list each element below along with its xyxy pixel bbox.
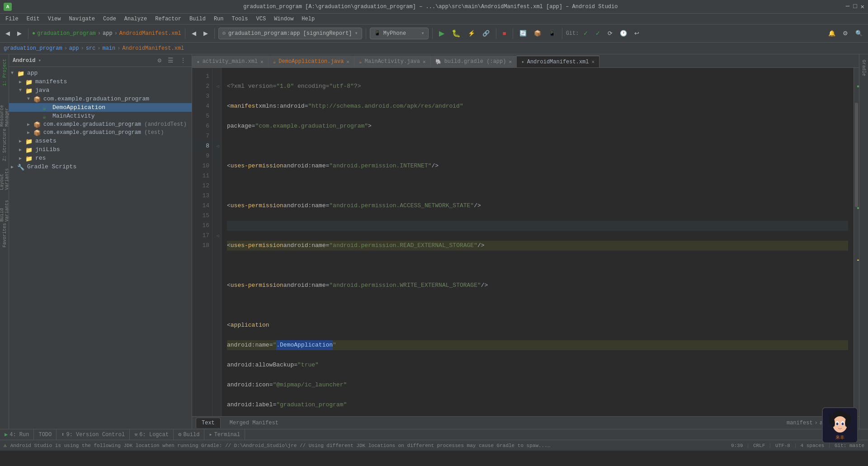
breadcrumb-bar: graduation_program › app › src › main › … [0,43,868,54]
tree-item-android-test[interactable]: ▶ 📦 com.example.graduation_program (andr… [9,120,192,128]
strip-build[interactable]: ⚙ Build [174,429,204,440]
menu-window[interactable]: Window [270,15,297,23]
breadcrumb-main[interactable]: main [102,45,115,52]
strip-logcat[interactable]: ⚒ 6: Logcat [130,429,174,440]
search-everywhere-btn[interactable]: 🔍 [853,28,865,38]
tab-build-gradle[interactable]: 🐘 build.gradle (:app) ✕ [431,56,517,67]
editor-scrollbar[interactable] [854,68,859,416]
tab-demo-application[interactable]: ☕ DemoApplication.java ✕ [269,56,354,67]
menu-tools[interactable]: Tools [228,15,252,23]
tab-close-btn[interactable]: ✕ [346,59,349,65]
close-btn[interactable]: ✕ [861,3,864,10]
nav-forward[interactable]: ▶ [201,28,211,38]
right-icon-gradle[interactable]: Gradle [860,56,867,83]
sdk-manager-btn[interactable]: 📦 [531,28,544,38]
menu-code[interactable]: Code [99,15,120,23]
title-text: graduation_program [A:\graduation\gradua… [15,4,846,10]
menu-file[interactable]: File [2,15,22,23]
tree-item-assets[interactable]: ▶ 📁 assets [9,137,192,145]
strip-run[interactable]: ▶ 4: Run [0,429,34,440]
breadcrumb-project[interactable]: graduation_program [4,45,62,52]
profile-btn[interactable]: ⚡ [465,28,478,38]
menu-analyze[interactable]: Analyze [121,15,151,23]
breadcrumb-src[interactable]: src [86,45,96,52]
minimize-btn[interactable]: ─ [846,3,849,10]
menu-run[interactable]: Run [210,15,227,23]
tree-item-java[interactable]: ▼ 📁 java [9,86,192,95]
tab-close-btn[interactable]: ✕ [423,59,426,65]
sync-btn[interactable]: 🔄 [517,28,529,38]
panel-btn-sync[interactable]: ⚙ [156,56,163,65]
tree-item-jnilibs[interactable]: ▶ 📁 jniLibs [9,145,192,154]
menu-navigate[interactable]: Navigate [65,15,99,23]
maximize-btn[interactable]: □ [853,3,857,10]
tab-close-btn[interactable]: ✕ [592,59,595,65]
breadcrumb-file[interactable]: AndroidManifest.xml [122,45,184,52]
panel-btn-collapse[interactable]: ☰ [166,56,175,65]
left-icon-resource[interactable]: Resource Manager [0,90,9,127]
tree-item-main-activity[interactable]: ☕ MainActivity [9,112,192,120]
tab-main-activity[interactable]: ☕ MainActivity.java ✕ [354,56,431,67]
logcat-icon: ⚒ [134,431,137,438]
tree-item-test[interactable]: ▶ 📦 com.example.graduation_program (test… [9,128,192,137]
status-crlf[interactable]: CRLF [753,443,765,448]
tab-android-manifest[interactable]: ✦ AndroidManifest.xml ✕ [517,56,599,67]
left-icon-build[interactable]: Build Variants [0,190,9,222]
tree-item-res[interactable]: ▶ 📁 res [9,154,192,162]
menu-build[interactable]: Build [186,15,209,23]
strip-terminal[interactable]: ▸ Terminal [204,429,245,440]
app-module[interactable]: app [103,30,113,37]
tab-text[interactable]: Text [196,418,221,428]
git-pull-btn[interactable]: ⟳ [605,28,615,38]
breadcrumb-app[interactable]: app [69,45,79,52]
notification-btn[interactable]: 🔔 [826,28,838,38]
avd-manager-btn[interactable]: 📱 [546,28,558,38]
left-icon-favorites[interactable]: Favorites [0,222,9,249]
panel-btn-settings[interactable]: ⋮ [178,56,188,65]
tab-close-btn[interactable]: ✕ [260,59,264,65]
strip-todo[interactable]: TODO [34,429,57,440]
tree-item-gradle[interactable]: ▶ 🔧 Gradle Scripts [9,162,192,171]
back-btn[interactable]: ◀ [3,28,13,38]
code-line-4 [227,141,848,151]
debug-btn[interactable]: 🐛 [449,27,463,39]
tree-item-manifests[interactable]: ▶ 📁 manifests [9,77,192,86]
gutter-fold-8[interactable]: ◁ [212,141,221,151]
git-push-btn[interactable]: ✓ [593,28,603,38]
tab-close-btn[interactable]: ✕ [509,59,512,65]
nav-back[interactable]: ◀ [189,28,199,38]
tab-activity-main[interactable]: ✦ activity_main.xml ✕ [192,56,269,67]
git-rollback-btn[interactable]: ↩ [632,28,642,38]
build-config-dropdown[interactable]: ⚙ graduation_program:app [signingReport]… [218,28,362,39]
git-commit-btn[interactable]: ✓ [580,28,591,38]
status-indent[interactable]: 4 spaces [801,443,825,448]
code-content[interactable]: <?xml version="1.0" encoding="utf-8"?> <… [222,68,854,416]
menu-view[interactable]: View [44,15,65,23]
menu-edit[interactable]: Edit [23,15,43,23]
run-btn[interactable]: ▶ [436,27,447,39]
status-charset[interactable]: UTF-8 [775,443,790,448]
strip-version-control[interactable]: ⬆ 9: Version Control [57,429,130,440]
forward-btn[interactable]: ▶ [14,28,24,38]
tab-merged-manifest[interactable]: Merged Manifest [224,418,284,428]
left-icon-layout[interactable]: Layout Variants [0,163,9,190]
tree-item-app[interactable]: ▼ 📁 app [9,69,192,77]
panel-dropdown-arrow[interactable]: ▾ [38,57,41,63]
menu-help[interactable]: Help [298,15,318,23]
left-icon-project[interactable]: 1: Project [0,54,9,90]
settings-btn[interactable]: ⚙ [840,28,851,38]
status-line[interactable]: 9:39 [731,443,743,448]
project-name[interactable]: graduation_program [37,30,96,37]
stop-btn[interactable]: ■ [500,28,509,38]
code-editor: 1 2 3 4 5 6 7 8 9 10 11 12 13 14 15 16 1… [192,68,859,416]
device-dropdown[interactable]: 📱 MyPhone ▾ [370,28,429,39]
tree-item-package[interactable]: ▼ 📦 com.example.graduation_program [9,95,192,103]
left-icon-structure[interactable]: Z: Structure [0,127,9,163]
git-history-btn[interactable]: 🕐 [617,28,630,38]
menu-vcs[interactable]: VCS [253,15,270,23]
manifest-file[interactable]: AndroidManifest.xml [119,30,181,37]
attach-btn[interactable]: 🔗 [480,28,492,38]
status-git[interactable]: Git: maste [835,443,864,448]
tree-item-demo-app[interactable]: ☕ DemoApplication [9,103,192,112]
menu-refactor[interactable]: Refactor [151,15,185,23]
